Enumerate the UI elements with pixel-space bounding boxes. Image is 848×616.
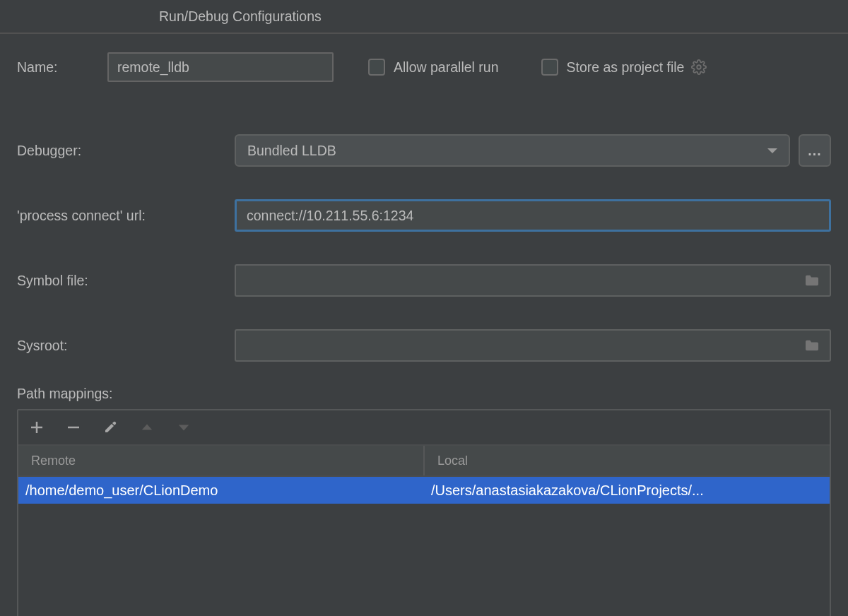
folder-icon[interactable] <box>804 339 820 352</box>
checkbox-icon[interactable] <box>541 59 558 76</box>
checkbox-icon[interactable] <box>368 59 385 76</box>
debugger-browse-button[interactable]: ... <box>799 134 831 167</box>
sysroot-input[interactable] <box>235 329 831 362</box>
name-label: Name: <box>17 59 107 76</box>
sysroot-label: Sysroot: <box>17 338 235 354</box>
path-mappings-label: Path mappings: <box>17 386 831 402</box>
symbol-file-label: Symbol file: <box>17 273 235 289</box>
svg-point-0 <box>697 65 702 69</box>
header-remote: Remote <box>18 446 425 475</box>
debugger-selected: Bundled LLDB <box>247 143 336 159</box>
symbol-file-input[interactable] <box>235 264 831 297</box>
svg-marker-5 <box>179 425 189 430</box>
store-as-project-file-label: Store as project file <box>567 59 685 76</box>
ellipsis-icon: ... <box>808 143 821 159</box>
cell-remote: /home/demo_user/CLionDemo <box>18 477 424 504</box>
move-up-icon <box>140 420 154 434</box>
dialog-title: Run/Debug Configurations <box>0 0 848 32</box>
allow-parallel-run-option[interactable]: Allow parallel run <box>368 59 499 76</box>
dialog-title-text: Run/Debug Configurations <box>159 8 322 25</box>
path-mappings-toolbar <box>18 410 830 446</box>
debugger-select[interactable]: Bundled LLDB <box>235 134 790 167</box>
debugger-label: Debugger: <box>17 143 235 159</box>
chevron-down-icon <box>767 148 777 153</box>
gear-icon[interactable] <box>687 59 707 75</box>
process-connect-value: connect://10.211.55.6:1234 <box>247 208 413 224</box>
add-icon[interactable] <box>30 420 44 434</box>
svg-marker-4 <box>142 425 152 430</box>
path-mappings-panel: Remote Local /home/demo_user/CLionDemo /… <box>17 409 831 616</box>
path-mappings-header: Remote Local <box>18 446 830 477</box>
header-local: Local <box>425 446 830 475</box>
process-connect-input[interactable]: connect://10.211.55.6:1234 <box>235 199 831 232</box>
name-input[interactable] <box>107 52 334 82</box>
folder-icon[interactable] <box>804 274 820 287</box>
store-as-project-file-option[interactable]: Store as project file <box>541 59 685 76</box>
move-down-icon <box>177 420 191 434</box>
remove-icon[interactable] <box>66 420 81 434</box>
cell-local: /Users/anastasiakazakova/CLionProjects/.… <box>424 477 830 504</box>
edit-icon[interactable] <box>103 420 117 434</box>
table-row[interactable]: /home/demo_user/CLionDemo /Users/anastas… <box>18 477 830 504</box>
allow-parallel-run-label: Allow parallel run <box>394 59 499 76</box>
path-mappings-body[interactable]: /home/demo_user/CLionDemo /Users/anastas… <box>18 477 830 616</box>
process-connect-label: 'process connect' url: <box>17 208 235 224</box>
